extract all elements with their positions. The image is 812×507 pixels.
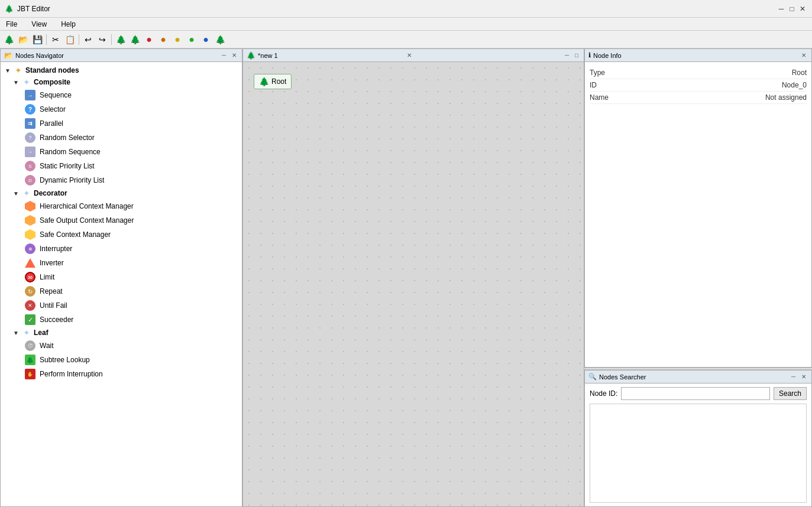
toolbar-sep-3 bbox=[111, 34, 112, 45]
nodes-navigator-panel: 📂 Nodes Navigator ─ ✕ ▼ ✦ Standard nodes… bbox=[0, 48, 242, 507]
root-node[interactable]: 🌲 Root bbox=[254, 74, 292, 89]
perform-interruption-label: Perform Interruption bbox=[40, 370, 103, 378]
nodes-searcher-header: 🔍 Nodes Searcher ─ ✕ bbox=[585, 370, 811, 384]
app-icon: 🌲 bbox=[5, 5, 14, 13]
toolbar-btn-cut[interactable]: ✂ bbox=[49, 33, 62, 46]
toolbar-btn-tree2[interactable]: 🌲 bbox=[128, 33, 141, 46]
node-info-val-type: Root bbox=[792, 69, 807, 77]
tree-item-static-priority-list[interactable]: S Static Priority List bbox=[1, 159, 242, 173]
node-info-row-name: Name Not assigned bbox=[590, 92, 807, 104]
toolbar-btn-dot2[interactable]: ● bbox=[157, 33, 170, 46]
tree-item-random-sequence[interactable]: → Random Sequence bbox=[1, 145, 242, 159]
menu-view[interactable]: View bbox=[28, 19, 50, 30]
node-info-panel: ℹ Node Info ✕ Type Root ID Node_0 Name N… bbox=[584, 48, 812, 368]
leaf-collapse-icon: ▼ bbox=[12, 330, 20, 336]
toolbar-btn-dot4[interactable]: ● bbox=[185, 33, 198, 46]
toolbar-btn-new[interactable]: 🌲 bbox=[2, 33, 15, 46]
dynamic-priority-list-icon: D bbox=[24, 174, 36, 186]
leaf-header[interactable]: ▼ ✦ Leaf bbox=[1, 327, 242, 339]
tree-item-selector[interactable]: ? Selector bbox=[1, 102, 242, 116]
canvas-minimize-btn[interactable]: ─ bbox=[563, 51, 571, 59]
search-button[interactable]: Search bbox=[774, 387, 807, 400]
tree-root: ▼ ✦ Standard nodes ▼ ✦ Composite → Seque… bbox=[1, 62, 242, 384]
node-info-title: Node Info bbox=[593, 52, 797, 59]
nodes-navigator-icon: 📂 bbox=[4, 51, 13, 60]
until-fail-label: Until Fail bbox=[40, 301, 67, 310]
node-info-close-btn[interactable]: ✕ bbox=[800, 51, 808, 59]
canvas-close-btn[interactable]: ✕ bbox=[405, 51, 413, 59]
minimize-button[interactable]: ─ bbox=[777, 4, 786, 14]
tree-item-dynamic-priority-list[interactable]: D Dynamic Priority List bbox=[1, 173, 242, 187]
nodes-searcher-minimize-btn[interactable]: ─ bbox=[790, 373, 797, 381]
nav-content[interactable]: ▼ ✦ Standard nodes ▼ ✦ Composite → Seque… bbox=[1, 62, 242, 506]
tree-item-safe-output-context-manager[interactable]: Safe Output Context Manager bbox=[1, 213, 242, 228]
tree-item-hierarchical-context-manager[interactable]: Hierarchical Context Manager bbox=[1, 199, 242, 213]
tree-item-repeat[interactable]: ↻ Repeat bbox=[1, 284, 242, 298]
toolbar-btn-tree3[interactable]: 🌲 bbox=[213, 33, 227, 46]
menu-bar: File View Help bbox=[0, 18, 812, 31]
decorator-header[interactable]: ▼ ✦ Decorator bbox=[1, 187, 242, 199]
menu-file[interactable]: File bbox=[2, 19, 21, 30]
tree-item-sequence[interactable]: → Sequence bbox=[1, 88, 242, 102]
tree-item-limit[interactable]: 30 Limit bbox=[1, 270, 242, 284]
sequence-label: Sequence bbox=[40, 91, 72, 99]
tree-item-random-selector[interactable]: ? Random Selector bbox=[1, 131, 242, 145]
tree-item-until-fail[interactable]: ✕ Until Fail bbox=[1, 298, 242, 313]
tree-item-subtree-lookup[interactable]: 🌲 Subtree Lookup bbox=[1, 353, 242, 367]
root-node-label: Root bbox=[271, 77, 286, 86]
node-info-icon: ℹ bbox=[588, 51, 591, 59]
tree-item-parallel[interactable]: ⇉ Parallel bbox=[1, 116, 242, 131]
tree-item-perform-interruption[interactable]: ✋ Perform Interruption bbox=[1, 367, 242, 381]
toolbar-btn-save[interactable]: 💾 bbox=[31, 33, 44, 46]
canvas-content[interactable]: 🌲 Root bbox=[243, 62, 584, 506]
nodes-navigator-close-btn[interactable]: ✕ bbox=[230, 51, 238, 59]
nodes-navigator-title: Nodes Navigator bbox=[15, 52, 218, 59]
node-info-key-id: ID bbox=[590, 81, 597, 89]
menu-help[interactable]: Help bbox=[57, 19, 79, 30]
canvas-tab-label[interactable]: *new 1 bbox=[258, 52, 403, 59]
toolbar-btn-dot5[interactable]: ● bbox=[199, 33, 212, 46]
toolbar-btn-redo[interactable]: ↪ bbox=[96, 33, 109, 46]
node-info-content: Type Root ID Node_0 Name Not assigned bbox=[585, 62, 811, 367]
nodes-searcher-close-btn[interactable]: ✕ bbox=[800, 373, 808, 381]
inverter-icon bbox=[24, 257, 36, 269]
random-selector-icon: ? bbox=[24, 132, 36, 144]
toolbar-sep-1 bbox=[46, 34, 47, 45]
toolbar-btn-tree1[interactable]: 🌲 bbox=[114, 33, 127, 46]
node-info-row-type: Type Root bbox=[590, 67, 807, 79]
tree-item-interrupter[interactable]: ⊗ Interrupter bbox=[1, 242, 242, 256]
standard-nodes-header[interactable]: ▼ ✦ Standard nodes bbox=[1, 64, 242, 76]
title-bar: 🌲 JBT Editor ─ □ ✕ bbox=[0, 0, 812, 18]
toolbar-btn-dot1[interactable]: ● bbox=[143, 33, 156, 46]
interrupter-label: Interrupter bbox=[40, 245, 72, 253]
tree-item-succeeder[interactable]: ✓ Succeeder bbox=[1, 313, 242, 327]
safe-context-manager-icon bbox=[24, 229, 36, 240]
close-button[interactable]: ✕ bbox=[798, 4, 807, 14]
restore-button[interactable]: □ bbox=[787, 4, 797, 14]
canvas-maximize-btn[interactable]: □ bbox=[573, 51, 580, 59]
tree-item-inverter[interactable]: Inverter bbox=[1, 256, 242, 270]
perform-interruption-icon: ✋ bbox=[24, 368, 36, 380]
static-priority-list-icon: S bbox=[24, 160, 36, 172]
composite-group: ▼ ✦ Composite → Sequence ? Selector ⇉ bbox=[1, 76, 242, 187]
until-fail-icon: ✕ bbox=[24, 300, 36, 311]
toolbar-btn-dot3[interactable]: ● bbox=[171, 33, 184, 46]
right-panels: ℹ Node Info ✕ Type Root ID Node_0 Name N… bbox=[584, 48, 812, 507]
composite-label: Composite bbox=[34, 78, 70, 86]
tree-item-wait[interactable]: ⏱ Wait bbox=[1, 339, 242, 353]
succeeder-label: Succeeder bbox=[40, 316, 73, 324]
searcher-content: Node ID: Search bbox=[585, 384, 811, 506]
node-info-key-name: Name bbox=[590, 93, 609, 102]
composite-header[interactable]: ▼ ✦ Composite bbox=[1, 76, 242, 88]
search-input[interactable] bbox=[621, 387, 770, 400]
hierarchical-context-manager-icon bbox=[24, 200, 36, 212]
toolbar-btn-undo[interactable]: ↩ bbox=[82, 33, 95, 46]
tree-item-safe-context-manager[interactable]: Safe Context Manager bbox=[1, 228, 242, 242]
decorator-label: Decorator bbox=[34, 189, 67, 197]
nodes-navigator-minimize-btn[interactable]: ─ bbox=[220, 51, 228, 59]
nodes-searcher-panel: 🔍 Nodes Searcher ─ ✕ Node ID: Search bbox=[584, 370, 812, 507]
random-sequence-label: Random Sequence bbox=[40, 148, 101, 156]
toolbar-btn-copy[interactable]: 📋 bbox=[63, 33, 76, 46]
node-info-row-id: ID Node_0 bbox=[590, 79, 807, 92]
toolbar-btn-open[interactable]: 📂 bbox=[17, 33, 30, 46]
